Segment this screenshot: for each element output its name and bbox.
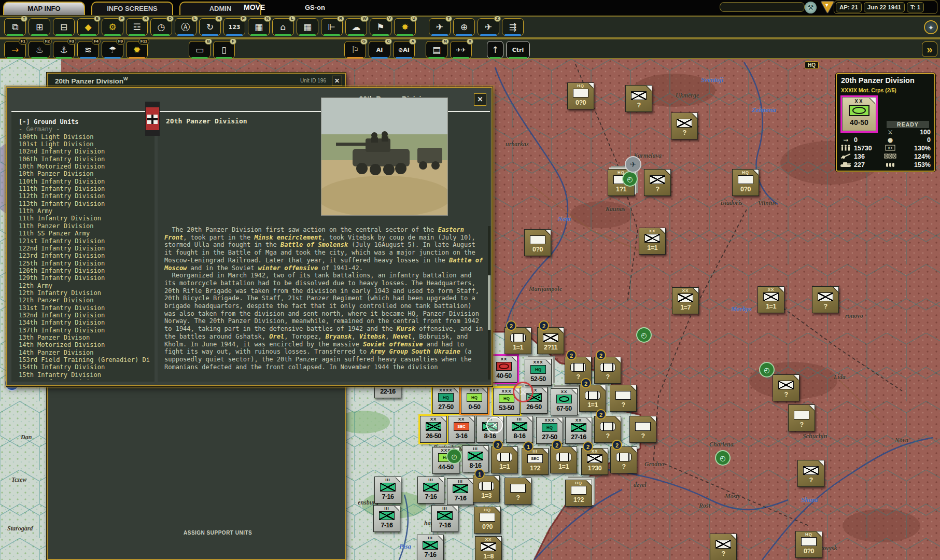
toolbar-button[interactable]: ↑ bbox=[487, 41, 503, 59]
toolbar-button[interactable]: ♨F2 bbox=[29, 41, 50, 59]
tree-root-ground-units[interactable]: [-] Ground Units bbox=[19, 118, 151, 125]
unit-window-titlebar[interactable]: 20th Panzer DivisionW Unit ID 196 ✕ bbox=[48, 74, 345, 89]
toolbar-button[interactable]: ⊟ bbox=[53, 18, 75, 36]
unit-list-item[interactable]: 11th Army bbox=[19, 207, 151, 215]
toolbar-button[interactable]: ⊞ bbox=[29, 18, 50, 36]
toolbar-button[interactable]: ⒶL bbox=[175, 18, 197, 36]
unit-counter[interactable]: ? bbox=[629, 416, 656, 443]
close-icon[interactable]: ✕ bbox=[474, 93, 486, 106]
unit-counter[interactable]: XX26-50 bbox=[420, 416, 447, 443]
unit-counter[interactable]: XX27-16 bbox=[565, 417, 592, 444]
unit-counter[interactable]: 1=12 bbox=[550, 446, 577, 473]
unit-counter[interactable]: HQ0?0 bbox=[567, 82, 594, 109]
gs-toggle[interactable]: GS-on bbox=[305, 4, 325, 11]
close-icon[interactable]: ✕ bbox=[332, 76, 342, 86]
unit-list-item[interactable]: 134th Infantry Division bbox=[19, 319, 151, 326]
unit-list-item[interactable]: 10th Panzer Division bbox=[19, 170, 151, 177]
unit-counter[interactable]: XXXHQ53-50 bbox=[493, 388, 520, 415]
unit-list-item[interactable]: 110th Infantry Division bbox=[19, 178, 151, 185]
toolbar-button[interactable]: ◷D bbox=[150, 18, 172, 36]
wrench-icon[interactable]: ⚒ bbox=[805, 2, 817, 13]
toolbar-button[interactable]: ≋F4 bbox=[77, 41, 99, 59]
unit-list-item[interactable]: 12th Panzer Division bbox=[19, 297, 151, 304]
toolbar-button[interactable]: ▦N bbox=[248, 18, 270, 36]
unit-counter[interactable]: ?2 bbox=[610, 446, 637, 473]
unit-counter[interactable]: ? bbox=[644, 169, 671, 196]
toolbar-button[interactable]: 123P bbox=[223, 18, 245, 36]
unit-list-item[interactable]: 12th Army bbox=[19, 282, 151, 289]
toolbar-button[interactable]: ✹F11 bbox=[126, 41, 148, 59]
unit-list-item[interactable]: 153rd Field Training (Grenadier) Di bbox=[19, 356, 151, 363]
unit-list-item[interactable]: 11th SS Panzer Army bbox=[19, 230, 151, 237]
unit-counter[interactable]: 1=12 bbox=[491, 446, 518, 473]
unit-counter[interactable]: III7-16 bbox=[373, 505, 400, 532]
toolbar-button[interactable]: ⚙F bbox=[102, 18, 123, 36]
unit-list-item[interactable]: 102nd Infantry Division bbox=[19, 148, 151, 155]
toolbar-button[interactable]: ✸U bbox=[394, 18, 416, 36]
unit-list-item[interactable]: 123rd Infantry Division bbox=[19, 252, 151, 259]
toolbar-button[interactable]: ◆E bbox=[77, 18, 99, 36]
unit-counter[interactable]: HQ1?1 bbox=[608, 169, 635, 196]
toolbar-button[interactable]: ↻R bbox=[199, 18, 221, 36]
unit-counter[interactable]: III7-16 bbox=[431, 505, 458, 532]
toolbar-button[interactable]: ☂F9 bbox=[102, 41, 123, 59]
unit-counter[interactable]: 1=31 bbox=[473, 475, 500, 502]
unit-counter[interactable]: 0?0 bbox=[524, 229, 551, 256]
unit-counter[interactable]: XXXHQ44-50 bbox=[432, 447, 459, 474]
toolbar-button[interactable]: ▦ bbox=[297, 18, 318, 36]
toolbar-button[interactable]: →F1 bbox=[4, 41, 26, 59]
unit-counter[interactable]: XXSEC3-16 bbox=[448, 416, 475, 443]
toolbar-button[interactable]: ▯F bbox=[213, 41, 235, 59]
unit-list-item[interactable]: 125th Infantry Division bbox=[19, 260, 151, 267]
unit-list-item[interactable]: 112th Infantry Division bbox=[19, 192, 151, 200]
unit-counter[interactable]: III7-16 bbox=[417, 477, 444, 503]
scrollbar-thumb[interactable] bbox=[488, 275, 490, 330]
funnel-icon[interactable]: ▾ bbox=[821, 2, 834, 13]
unit-counter[interactable]: ? bbox=[788, 404, 815, 431]
expand-toolbar-icon[interactable]: » bbox=[922, 41, 937, 57]
unit-counter[interactable]: XX1?302 bbox=[581, 448, 608, 475]
toolbar-button[interactable]: ⊕ bbox=[453, 18, 475, 36]
unit-counter[interactable]: XX1=1 bbox=[639, 228, 666, 255]
toolbar-button[interactable]: ⇶ bbox=[502, 18, 524, 36]
unit-counter[interactable]: XXXHQ52-50 bbox=[525, 359, 552, 386]
unit-counter[interactable]: ? bbox=[773, 374, 799, 401]
compass-icon[interactable]: ✦ bbox=[924, 20, 938, 34]
unit-list-item[interactable]: 113th Infantry Division bbox=[19, 200, 151, 207]
unit-counter[interactable]: HQ1?2 bbox=[565, 480, 592, 507]
toolbar-button[interactable]: AIC bbox=[369, 41, 390, 59]
unit-list-item[interactable]: 15th Infantry Division bbox=[19, 371, 151, 379]
unit-list-item[interactable]: 132nd Infantry Division bbox=[19, 312, 151, 319]
unit-counter[interactable]: III8-16 bbox=[476, 416, 503, 443]
unit-counter[interactable]: ?2 bbox=[594, 416, 621, 443]
toolbar-button[interactable]: ☁W bbox=[345, 18, 367, 36]
unit-list-item[interactable]: 100th Light Division bbox=[19, 133, 151, 141]
toolbar-button[interactable]: ✈✈X bbox=[450, 41, 472, 59]
unit-counter[interactable]: XX40-50 bbox=[490, 356, 517, 383]
unit-list-item[interactable]: 10th Motorized Division bbox=[19, 163, 151, 170]
unit-counter[interactable]: IIISEC1?21 bbox=[522, 448, 549, 475]
toolbar-button[interactable]: ✈Z bbox=[478, 18, 499, 36]
unit-counter[interactable]: ? bbox=[812, 286, 839, 313]
unit-counter[interactable]: III8-16 bbox=[462, 445, 489, 472]
unit-list-item[interactable]: 111th Infantry Division bbox=[19, 185, 151, 192]
unit-counter[interactable]: III7-16 bbox=[447, 478, 474, 505]
unit-list-item[interactable]: 129th Infantry Division bbox=[19, 274, 151, 282]
unit-list-item[interactable]: 121st Infantry Division bbox=[19, 237, 151, 245]
unit-list-item[interactable]: 131st Infantry Division bbox=[19, 304, 151, 312]
toolbar-button[interactable]: ⚑V bbox=[370, 18, 391, 36]
unit-list-item[interactable]: 126th Infantry Division bbox=[19, 267, 151, 274]
unit-counter[interactable]: 1=12 bbox=[579, 385, 606, 412]
unit-counter[interactable]: III7-16 bbox=[374, 477, 401, 503]
unit-counter[interactable]: XXXHQ0-50 bbox=[461, 387, 488, 414]
unit-list-item[interactable]: 122nd Infantry Division bbox=[19, 245, 151, 252]
unit-list-item[interactable]: 14th Panzer Division bbox=[19, 349, 151, 356]
unit-counter[interactable]: XX1=8 bbox=[475, 536, 502, 560]
unit-list-item[interactable]: 101st Light Division bbox=[19, 141, 151, 148]
unit-counter[interactable]: ? bbox=[625, 85, 652, 112]
unit-list-item[interactable]: 137th Infantry Division bbox=[19, 327, 151, 334]
unit-list-item[interactable]: 13th Panzer Divison bbox=[19, 334, 151, 341]
unit-counter[interactable]: ? bbox=[671, 113, 698, 139]
unit-counter[interactable]: ? bbox=[504, 478, 531, 505]
unit-list-item[interactable]: 12th Infantry Division bbox=[19, 289, 151, 297]
